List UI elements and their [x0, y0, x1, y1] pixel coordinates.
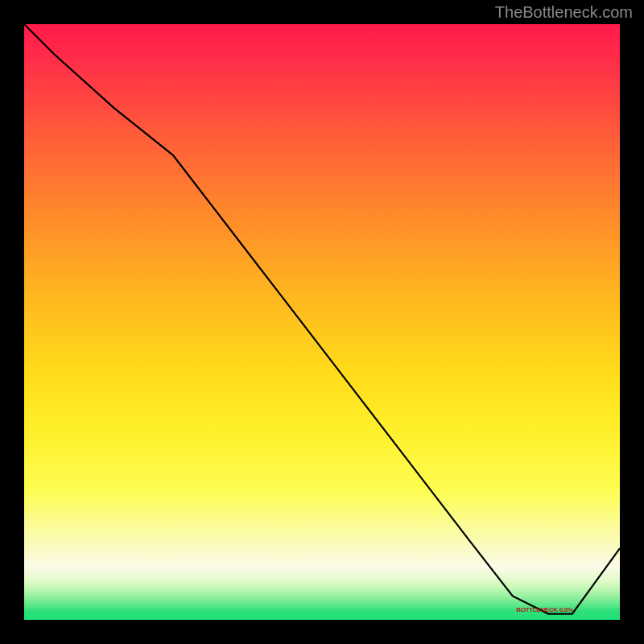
watermark-text: TheBottleneck.com: [495, 3, 633, 22]
plot-frame: BOTTLENECK 0.0%: [16, 24, 628, 628]
bottleneck-curve-svg: [24, 24, 620, 620]
bottleneck-curve: [24, 24, 620, 614]
plot-area: BOTTLENECK 0.0%: [24, 24, 620, 620]
optimal-point-label: BOTTLENECK 0.0%: [516, 606, 573, 613]
